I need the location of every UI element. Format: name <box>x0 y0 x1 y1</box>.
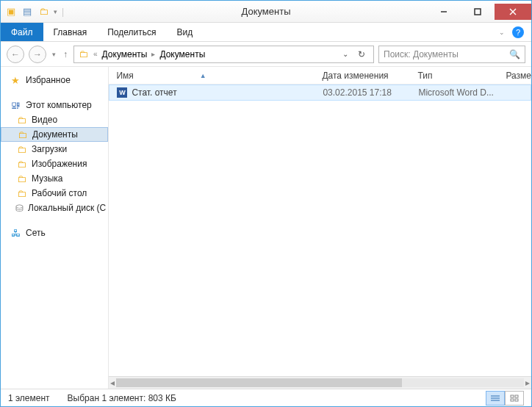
scroll-right-icon[interactable]: ▸ <box>525 378 530 388</box>
breadcrumb[interactable]: 🗀 « Документы ▸ Документы ⌄ ↻ <box>73 46 374 63</box>
help-icon[interactable]: ? <box>512 26 524 38</box>
nav-favorites[interactable]: ★Избранное <box>1 73 108 87</box>
nav-network[interactable]: 🖧Сеть <box>1 226 108 240</box>
scroll-left-icon[interactable]: ◂ <box>110 378 115 388</box>
file-type: Microsoft Word D... <box>418 87 506 98</box>
up-button[interactable]: ↑ <box>62 49 69 60</box>
chevron-right-icon: ▸ <box>151 50 155 58</box>
breadcrumb-item[interactable]: Документы <box>159 49 205 60</box>
tab-share[interactable]: Поделиться <box>97 23 166 41</box>
tab-home[interactable]: Главная <box>43 23 98 41</box>
folder-icon: 🗀 <box>16 129 28 140</box>
scrollbar-thumb[interactable] <box>116 378 401 387</box>
nav-music[interactable]: 🗀Музыка <box>1 171 108 186</box>
nav-desktop[interactable]: 🗀Рабочий стол <box>1 186 108 201</box>
file-row[interactable]: WСтат. отчет 03.02.2015 17:18 Microsoft … <box>109 84 531 101</box>
tab-view[interactable]: Вид <box>166 23 203 41</box>
qat-newfolder-icon[interactable]: 🗀 <box>37 6 49 18</box>
status-bar: 1 элемент Выбран 1 элемент: 803 КБ <box>1 389 531 406</box>
status-item-count: 1 элемент <box>8 393 50 403</box>
view-details-button[interactable] <box>486 391 505 406</box>
horizontal-scrollbar[interactable]: ◂ ▸ <box>109 376 531 389</box>
breadcrumb-dropdown-icon[interactable]: ⌄ <box>342 50 348 58</box>
refresh-button[interactable]: ↻ <box>353 49 370 60</box>
app-icon: ▣ <box>5 6 17 18</box>
nav-local-disk[interactable]: ⛁Локальный диск (C <box>1 201 108 215</box>
search-placeholder: Поиск: Документы <box>384 49 509 60</box>
column-type[interactable]: Тип <box>417 71 506 81</box>
tab-file[interactable]: Файл <box>1 23 43 41</box>
file-list-pane: Имя▲ Дата изменения Тип Разме WСтат. отч… <box>109 67 531 389</box>
column-date[interactable]: Дата изменения <box>322 71 417 81</box>
ribbon: Файл Главная Поделиться Вид ⌄ ? <box>1 23 531 42</box>
search-icon: 🔍 <box>509 49 520 60</box>
close-button[interactable] <box>495 4 531 20</box>
forward-button[interactable]: → <box>29 46 46 63</box>
star-icon: ★ <box>10 74 21 86</box>
minimize-button[interactable] <box>427 4 461 20</box>
view-icons-button[interactable] <box>505 391 524 406</box>
nav-pictures[interactable]: 🗀Изображения <box>1 156 108 171</box>
window-controls <box>427 4 531 20</box>
ribbon-expand-icon[interactable]: ⌄ <box>499 29 505 36</box>
chevron-icon: « <box>93 50 98 58</box>
svg-rect-1 <box>475 9 481 15</box>
title-bar: ▣ ▤ 🗀 ▾ | Документы <box>1 1 531 23</box>
folder-icon: 🗀 <box>15 173 27 184</box>
content-area: ★Избранное 🖳Этот компьютер 🗀Видео 🗀Докум… <box>1 67 531 389</box>
column-size[interactable]: Разме <box>506 71 531 81</box>
nav-downloads[interactable]: 🗀Загрузки <box>1 142 108 156</box>
nav-documents[interactable]: 🗀Документы <box>1 127 108 142</box>
file-name: Стат. отчет <box>132 87 176 98</box>
svg-rect-10 <box>515 399 518 401</box>
network-icon: 🖧 <box>10 227 21 239</box>
maximize-button[interactable] <box>461 4 495 20</box>
folder-icon: 🗀 <box>15 187 27 199</box>
folder-icon: 🗀 <box>15 143 27 155</box>
folder-icon: 🗀 <box>15 114 27 126</box>
computer-icon: 🖳 <box>10 99 21 111</box>
folder-icon: 🗀 <box>15 158 27 170</box>
qat-properties-icon[interactable]: ▤ <box>21 6 33 18</box>
svg-rect-7 <box>511 395 514 397</box>
nav-videos[interactable]: 🗀Видео <box>1 112 108 127</box>
navigation-pane: ★Избранное 🖳Этот компьютер 🗀Видео 🗀Докум… <box>1 67 109 389</box>
nav-computer[interactable]: 🖳Этот компьютер <box>1 98 108 112</box>
folder-icon: 🗀 <box>77 48 89 60</box>
column-name[interactable]: Имя▲ <box>116 71 322 81</box>
history-dropdown-icon[interactable]: ▾ <box>51 51 57 58</box>
word-doc-icon: W <box>117 87 127 98</box>
svg-rect-8 <box>515 395 518 397</box>
quick-access-toolbar: ▣ ▤ 🗀 ▾ | <box>1 6 68 18</box>
file-date: 03.02.2015 17:18 <box>323 87 418 98</box>
svg-rect-9 <box>511 399 514 401</box>
disk-icon: ⛁ <box>15 202 24 214</box>
address-bar: ← → ▾ ↑ 🗀 « Документы ▸ Документы ⌄ ↻ По… <box>1 42 531 67</box>
breadcrumb-item[interactable]: Документы <box>102 49 148 60</box>
search-input[interactable]: Поиск: Документы 🔍 <box>378 46 525 63</box>
status-selection: Выбран 1 элемент: 803 КБ <box>68 393 176 403</box>
column-headers: Имя▲ Дата изменения Тип Разме <box>109 67 531 84</box>
qat-dropdown-icon[interactable]: ▾ <box>54 8 57 15</box>
back-button[interactable]: ← <box>7 46 24 63</box>
sort-asc-icon: ▲ <box>200 72 206 79</box>
